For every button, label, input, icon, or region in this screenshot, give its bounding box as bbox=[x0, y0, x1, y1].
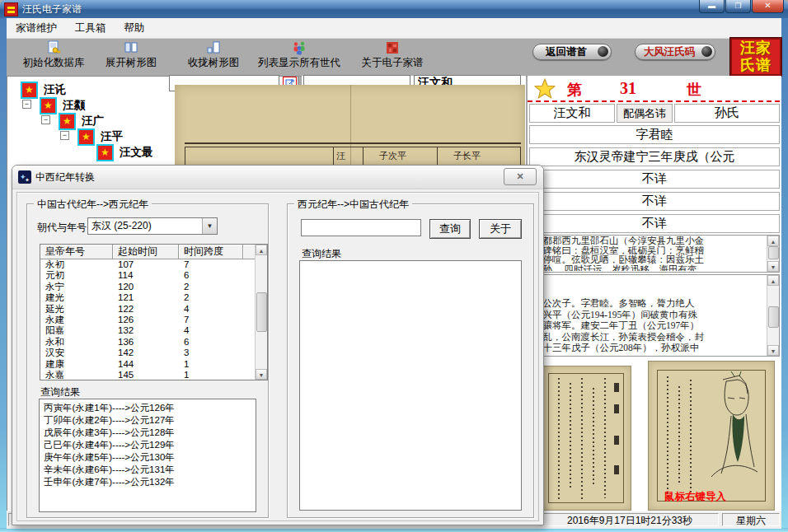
table-header-cell[interactable]: 皇帝年号 bbox=[40, 245, 113, 259]
person-info-row[interactable]: 不详 bbox=[529, 214, 780, 233]
generation-number: 31 bbox=[620, 79, 636, 98]
table-row[interactable]: 阳嘉1324 bbox=[40, 325, 256, 336]
menu-item[interactable]: 家谱维护 bbox=[7, 18, 66, 38]
table-cell: 阳嘉 bbox=[40, 325, 113, 336]
scan-thumbnail-portrait[interactable] bbox=[648, 361, 775, 511]
table-row[interactable]: 汉安1423 bbox=[40, 348, 256, 358]
group2-title: 西元纪年-->中国古代纪年 bbox=[294, 198, 412, 212]
scroll-up-icon[interactable]: ▲ bbox=[767, 236, 779, 246]
tree-collapse-icon[interactable]: − bbox=[60, 131, 69, 140]
scrollbar[interactable]: ▲ ▼ bbox=[767, 236, 779, 272]
genealogy-scan-image[interactable]: 汪子次平子长平 bbox=[175, 85, 525, 166]
table-cell: 4 bbox=[179, 304, 243, 315]
toolbar-button[interactable]: 列表显示所有世代 bbox=[251, 40, 348, 73]
generation-prefix: 第 bbox=[567, 80, 582, 100]
chevron-down-icon[interactable]: ▼ bbox=[202, 218, 217, 234]
dafeng-wang-code-button[interactable]: 大风汪氏码 bbox=[635, 44, 715, 60]
scroll-up-icon[interactable]: ▲ bbox=[767, 275, 779, 286]
generation-suffix: 世 bbox=[687, 80, 701, 100]
toolbar-button[interactable]: 收拢树形图 bbox=[181, 40, 246, 73]
epitaph-textbox[interactable]: 新都郡西九里邵石山（今淳安县九里小金 其碑铭曰：盘桓汉室，砥砺吴门；烹鲜稽 雁停… bbox=[529, 235, 780, 273]
toolbar-button-label: 关于电子家谱 bbox=[353, 56, 432, 69]
menu-item[interactable]: 帮助 bbox=[115, 18, 154, 38]
west-result-box[interactable] bbox=[299, 260, 522, 511]
toolbar-button[interactable]: 初始化数据库 bbox=[7, 40, 101, 73]
table-row[interactable]: 建光1212 bbox=[40, 292, 256, 303]
table-row[interactable]: 永和1366 bbox=[40, 337, 256, 348]
toolbar-button-label: 展开树形图 bbox=[99, 56, 163, 69]
person-info-row[interactable]: 不详 bbox=[529, 192, 780, 211]
table-row[interactable]: 永建1267 bbox=[40, 315, 256, 325]
table-row[interactable]: 永宁1202 bbox=[40, 282, 256, 292]
result-line: 壬申年(永建7年)---->公元132年 bbox=[44, 476, 251, 488]
table-row[interactable]: 建康1441 bbox=[40, 359, 256, 370]
scroll-down-icon[interactable]: ▼ bbox=[767, 261, 779, 272]
scrollbar[interactable]: ▲ ▼ bbox=[255, 245, 267, 380]
spouse-name-cell[interactable]: 孙氏 bbox=[674, 104, 780, 123]
about-button[interactable]: 关于 bbox=[479, 219, 522, 239]
table-header-cell[interactable]: 时间跨度 bbox=[179, 245, 243, 259]
tree-node-label[interactable]: 汪广 bbox=[82, 114, 104, 128]
red-dashed-divider bbox=[528, 100, 780, 102]
table-row[interactable]: 永嘉1451 bbox=[40, 370, 256, 380]
tree-node-label[interactable]: 汪平 bbox=[101, 129, 123, 144]
group-cn-to-west: 中国古代纪年-->西元纪年 朝代与年号 东汉 (25-220) ▼ 皇帝年号起始… bbox=[26, 203, 269, 518]
toolbar-button[interactable]: 关于电子家谱 bbox=[353, 40, 432, 73]
conversion-result-box[interactable]: 丙寅年(永建1年)---->公元126年丁卯年(永建2年)---->公元127年… bbox=[39, 399, 256, 512]
result-line: 辛未年(永建6年)---->公元131年 bbox=[44, 464, 251, 476]
scroll-thumb[interactable] bbox=[768, 306, 779, 328]
result-label-2: 查询结果 bbox=[302, 247, 341, 261]
table-row[interactable]: 永初1077 bbox=[40, 259, 256, 270]
close-button[interactable]: ✕ bbox=[752, 0, 784, 13]
query-button[interactable]: 查询 bbox=[429, 219, 471, 239]
person-info-row[interactable]: 不详 bbox=[529, 170, 780, 189]
about-seal-icon bbox=[353, 40, 432, 56]
table-row[interactable]: 延光1224 bbox=[40, 304, 256, 315]
star-icon: ★ bbox=[77, 128, 95, 146]
person-info-row[interactable]: 东汉灵帝建宁三年庚戌（公元 bbox=[529, 147, 780, 166]
dynasty-value: 东汉 (25-220) bbox=[91, 218, 152, 234]
table-row[interactable]: 元初1146 bbox=[40, 270, 256, 281]
table-cell: 永嘉 bbox=[40, 370, 113, 380]
person-name-cell[interactable]: 汪文和 bbox=[529, 104, 615, 123]
scroll-thumb[interactable] bbox=[256, 292, 267, 332]
scroll-up-icon[interactable]: ▲ bbox=[256, 245, 267, 255]
scan-table-line bbox=[185, 142, 521, 144]
tree-node-label[interactable]: 汪讬 bbox=[44, 82, 66, 97]
scroll-down-icon[interactable]: ▼ bbox=[767, 345, 779, 356]
table-header-cell[interactable]: 起始时间 bbox=[113, 245, 179, 259]
scan-table-line bbox=[363, 147, 364, 166]
back-to-front-button[interactable]: 返回谱首 bbox=[532, 44, 612, 60]
table-cell: 延光 bbox=[40, 304, 113, 315]
scan-char: 子长平 bbox=[453, 150, 481, 162]
tree-collapse-icon[interactable]: − bbox=[22, 100, 31, 109]
menu-item[interactable]: 工具箱 bbox=[66, 18, 115, 38]
tree-node-label[interactable]: 汪颣 bbox=[63, 98, 85, 113]
scan-table-line bbox=[185, 147, 521, 147]
era-table-body: 永初1077元初1146永宁1202建光1212延光1224永建1267阳嘉13… bbox=[40, 259, 256, 380]
dynasty-combobox[interactable]: 东汉 (25-220) ▼ bbox=[87, 217, 218, 235]
table-cell: 永和 bbox=[40, 337, 113, 348]
result-line: 庚午年(永建5年)---->公元130年 bbox=[44, 451, 251, 464]
era-table[interactable]: 皇帝年号起始时间时间跨度 永初1077元初1146永宁1202建光1212延光1… bbox=[40, 244, 268, 380]
scroll-thumb[interactable] bbox=[768, 246, 779, 259]
biography-textbox[interactable]: 世 平公次子。字君睦。多智略，膂力绝人 帝兴平（公元194-195年）间破黄巾有… bbox=[529, 274, 780, 357]
scan-text-column bbox=[678, 386, 680, 485]
dialog-title-bar[interactable]: ✦✦ 中西纪年转换 ✕ bbox=[12, 166, 543, 189]
toolbar-button[interactable]: 展开树形图 bbox=[99, 40, 163, 73]
tree-node-label[interactable]: 汪文最 bbox=[120, 145, 153, 160]
toolbar-button-label: 收拢树形图 bbox=[181, 56, 246, 69]
seal-mark bbox=[614, 404, 619, 413]
scan-thumbnail-left[interactable] bbox=[541, 366, 631, 511]
scroll-down-icon[interactable]: ▼ bbox=[256, 369, 267, 380]
toolbar-button-label: 初始化数据库 bbox=[7, 56, 101, 69]
person-info-row[interactable]: 字君睦 bbox=[529, 125, 780, 144]
tree-collapse-icon[interactable]: − bbox=[41, 115, 50, 124]
scrollbar[interactable]: ▲ ▼ bbox=[767, 275, 779, 356]
dialog-close-button[interactable]: ✕ bbox=[504, 168, 537, 185]
year-query-input[interactable] bbox=[301, 219, 421, 236]
table-cell: 114 bbox=[113, 270, 179, 281]
minimize-button[interactable]: ▬ bbox=[699, 0, 725, 13]
maximize-button[interactable]: ❐ bbox=[725, 0, 751, 13]
menu-bar: 家谱维护工具箱帮助 bbox=[7, 18, 781, 39]
